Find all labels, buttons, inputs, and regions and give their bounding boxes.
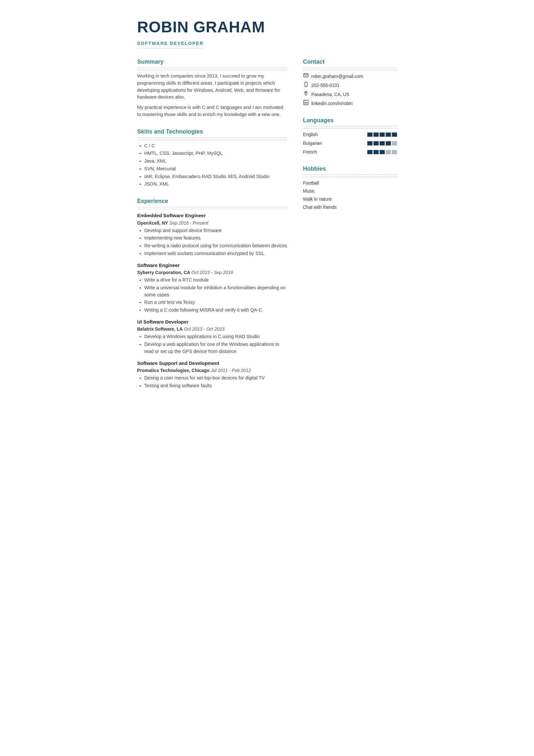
job-bullets: Desing a user menus for set-top-box devi… [137,375,288,390]
summary-title: Summary [137,58,288,68]
filled-bar [373,132,379,137]
contact-text: linkedin.com/in/robin [312,100,353,107]
contact-section: Contact robin.graham@gmail.com202-555-01… [303,58,397,107]
job-bullet: Re-writing a radio protocol using for co… [144,242,288,250]
job-title: Software Support and Development [137,360,288,367]
filled-bar [380,141,385,146]
languages-content: EnglishBulgarianFrench [303,131,397,155]
filled-bar [392,132,397,137]
job-bullet: Implementing new features [144,235,288,242]
left-column: Summary Working in tech companies since … [137,58,288,398]
summary-para-2: My practical experience is with C and C … [137,104,288,118]
language-name: French [303,149,317,155]
language-row: French [303,149,397,155]
skill-item: JSON, XML [144,181,288,188]
skill-item: SVN, Mercurial [144,166,288,173]
job-bullets: Develop a Windows applications in C usin… [137,333,288,355]
empty-bar [392,150,397,154]
contact-title: Contact [303,58,397,68]
filled-bar [367,132,372,137]
resume-page: ROBIN GRAHAM SOFTWARE DEVELOPER Summary … [122,0,413,418]
skill-item: HMTL, CSS, Javascript, PHP, MySQL [144,150,288,157]
job-bullet: Write a drive for a RTC module [144,277,288,284]
language-row: Bulgarian [303,140,397,147]
job-bullet: Develop a Windows applications in C usin… [144,333,288,340]
empty-bar [392,141,397,146]
job-entry: Software EngineerSyberry Corporation, CA… [137,262,288,314]
hobbies-section: Hobbies FootballMusicWalk in natureChat … [303,165,397,211]
filled-bar [367,141,372,146]
svg-point-3 [305,92,306,93]
resume-header: ROBIN GRAHAM SOFTWARE DEVELOPER [137,15,397,48]
hobby-item: Walk in nature [303,196,397,202]
contact-text: robin.graham@gmail.com [312,73,364,80]
candidate-title: SOFTWARE DEVELOPER [137,40,204,48]
experience-title: Experience [137,197,288,207]
linkedin-icon [303,100,309,107]
contact-item: robin.graham@gmail.com [303,73,397,80]
filled-bar [380,150,385,154]
skill-item: Java, XML [144,158,288,165]
job-bullet: Implement web sockets communication encr… [144,250,288,257]
job-bullets: Write a drive for a RTC moduleWrite a un… [137,277,288,314]
candidate-name: ROBIN GRAHAM [137,15,397,39]
language-bars [367,132,397,137]
skill-item: C / C [144,143,288,149]
contact-text: 202-555-0101 [312,82,340,89]
language-bars [367,150,397,154]
empty-bar [386,150,391,154]
contact-item: Pasadena, CA, US [303,91,397,98]
hobbies-title: Hobbies [303,165,397,175]
filled-bar [386,141,391,146]
hobby-item: Music [303,188,397,195]
skills-content: C / CHMTL, CSS, Javascript, PHP, MySQLJa… [137,143,288,188]
filled-bar [373,150,379,154]
main-layout: Summary Working in tech companies since … [137,58,397,398]
job-bullet: Writing a C code following MISRA and ver… [144,307,288,314]
filled-bar [373,141,379,146]
experience-section: Experience Embedded Software EngineerOpe… [137,197,288,390]
job-bullet: Develop a web application for one of the… [144,341,288,355]
summary-content: Working in tech companies since 2013, I … [137,73,288,118]
language-bars [367,141,397,146]
language-name: Bulgarian [303,140,322,147]
right-column: Contact robin.graham@gmail.com202-555-01… [303,58,397,398]
hobby-item: Football [303,180,397,186]
phone-icon [303,82,309,89]
email-icon [303,73,309,80]
job-bullet: Run a unit test via Tessy [144,299,288,306]
contact-text: Pasadena, CA, US [312,91,349,98]
hobby-item: Chat with friends [303,204,397,211]
filled-bar [380,132,385,137]
language-name: English [303,131,318,138]
languages-title: Languages [303,116,397,126]
summary-section: Summary Working in tech companies since … [137,58,288,118]
job-entry: Embedded Software EngineerOpenXcell, NY … [137,212,288,257]
hobbies-content: FootballMusicWalk in natureChat with fri… [303,180,397,211]
skills-title: Skills and Technologies [137,127,288,138]
contact-content: robin.graham@gmail.com202-555-0101Pasade… [303,73,397,107]
language-row: English [303,131,397,138]
job-bullet: Develop and support device firmware [144,227,288,234]
summary-para-1: Working in tech companies since 2013, I … [137,73,288,101]
job-bullet: Testing and fixing software faults [144,382,288,390]
languages-section: Languages EnglishBulgarianFrench [303,116,397,155]
skills-list: C / CHMTL, CSS, Javascript, PHP, MySQLJa… [137,143,288,188]
contact-item: linkedin.com/in/robin [303,100,397,107]
job-title: Software Engineer [137,262,288,269]
job-company: OpenXcell, NY Sep 2016 - Present [137,220,288,227]
job-bullet: Write a universal module for inhibition … [144,284,288,299]
contact-item: 202-555-0101 [303,82,397,89]
skill-item: IAR, Eclipse, Embarcadero RAD Studio XE5… [144,173,288,180]
skills-section: Skills and Technologies C / CHMTL, CSS, … [137,127,288,188]
job-company: Promatics Technologies, Chicago Jul 2011… [137,367,288,374]
job-title: Embedded Software Engineer [137,212,288,220]
location-icon [303,91,309,98]
filled-bar [386,132,391,137]
job-company: Syberry Corporation, CA Oct 2015 - Sep 2… [137,269,288,276]
job-bullet: Desing a user menus for set-top-box devi… [144,375,288,382]
job-entry: UI Software DeveloperBelatrix Software, … [137,318,288,355]
experience-content: Embedded Software EngineerOpenXcell, NY … [137,212,288,390]
svg-point-6 [304,101,305,102]
svg-point-2 [306,86,306,86]
